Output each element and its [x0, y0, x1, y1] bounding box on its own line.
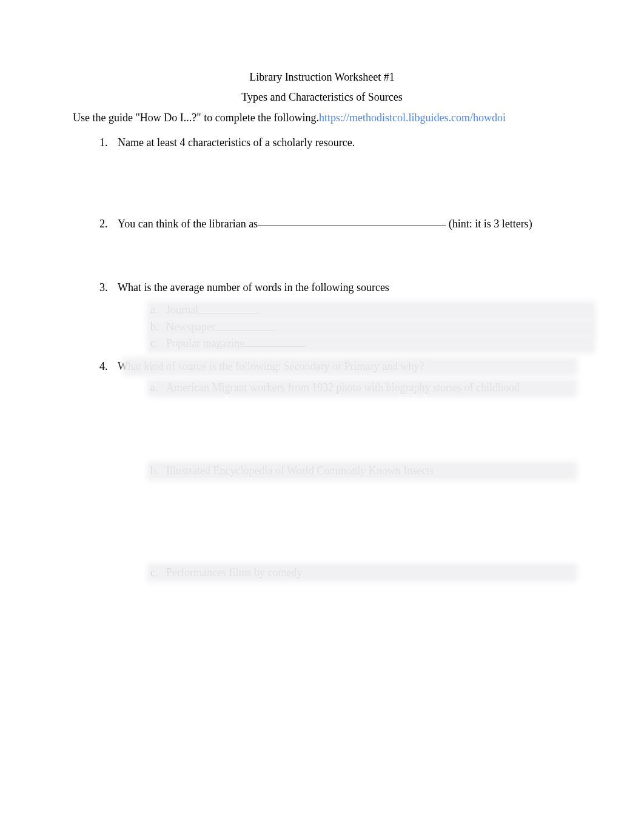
blur-overlay: [147, 461, 577, 480]
blur-overlay: [147, 378, 577, 397]
worksheet-title-1: Library Instruction Worksheet #1: [73, 70, 571, 84]
question-4: 4. What kind of source is the following:…: [99, 360, 571, 374]
question-list: 1. Name at least 4 characteristics of a …: [99, 136, 571, 580]
question-3-text: What is the average number of words in t…: [118, 281, 571, 295]
question-1-text: Name at least 4 characteristics of a sch…: [118, 136, 571, 150]
question-3-sublist: a. Journal b. Newspaper c. Popular magaz…: [150, 303, 571, 350]
question-4-number: 4.: [99, 360, 118, 374]
question-3-number: 3.: [99, 281, 118, 295]
blur-overlay: [147, 563, 577, 582]
question-4-wrapper: 4. What kind of source is the following:…: [99, 360, 571, 580]
question-4-sublist: a. American Migrant workers from 1932 ph…: [150, 381, 571, 580]
q3-sub-b: b. Newspaper: [150, 320, 571, 334]
blur-overlay: [122, 357, 577, 376]
question-2-suffix: (hint: it is 3 letters): [446, 218, 532, 230]
worksheet-title-2: Types and Characteristics of Sources: [73, 90, 571, 104]
intro-line: Use the guide "How Do I...?" to complete…: [73, 111, 571, 125]
question-1: 1. Name at least 4 characteristics of a …: [99, 136, 571, 150]
question-2: 2. You can think of the librarian as (hi…: [99, 217, 571, 231]
q4-sub-c: c. Performances films by comedy: [150, 566, 571, 580]
question-2-prefix: You can think of the librarian as: [118, 218, 258, 230]
howdoi-link[interactable]: https://methodistcol.libguides.com/howdo…: [319, 111, 506, 125]
q4-sub-a: a. American Migrant workers from 1932 ph…: [150, 381, 571, 395]
fill-blank-line: [258, 226, 446, 226]
question-2-number: 2.: [99, 217, 118, 231]
question-1-number: 1.: [99, 136, 118, 150]
intro-prefix: Use the guide "How Do I...?" to complete…: [73, 111, 319, 125]
blur-overlay: [147, 334, 595, 353]
q3-sub-a: a. Journal: [150, 303, 571, 317]
question-3: 3. What is the average number of words i…: [99, 281, 571, 295]
question-2-text: You can think of the librarian as (hint:…: [118, 217, 571, 231]
q3-sub-c: c. Popular magazine: [150, 337, 571, 350]
q4-sub-b: b. Illustrated Encyclopedia of World Com…: [150, 464, 571, 478]
